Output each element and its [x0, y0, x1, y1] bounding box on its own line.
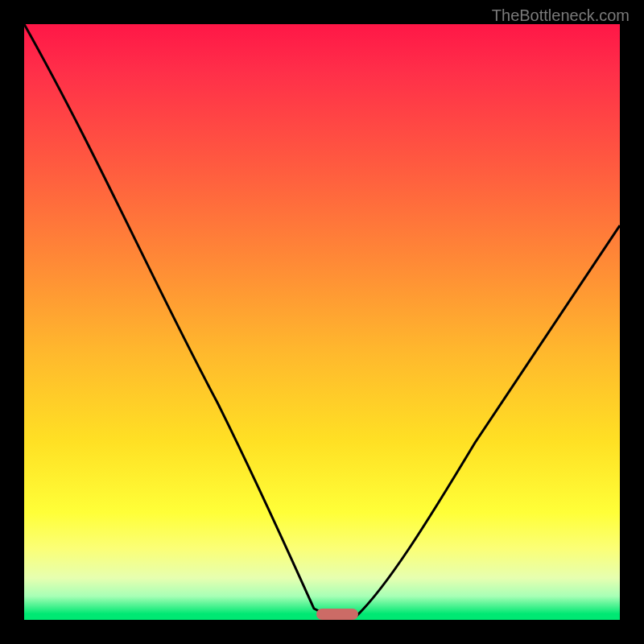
chart-curve-svg — [24, 24, 620, 620]
watermark-text: TheBottleneck.com — [492, 6, 630, 25]
optimal-range-marker — [316, 609, 358, 620]
chart-plot-area — [24, 24, 620, 620]
bottleneck-curve-right — [356, 225, 620, 617]
bottleneck-curve-left — [24, 24, 330, 617]
